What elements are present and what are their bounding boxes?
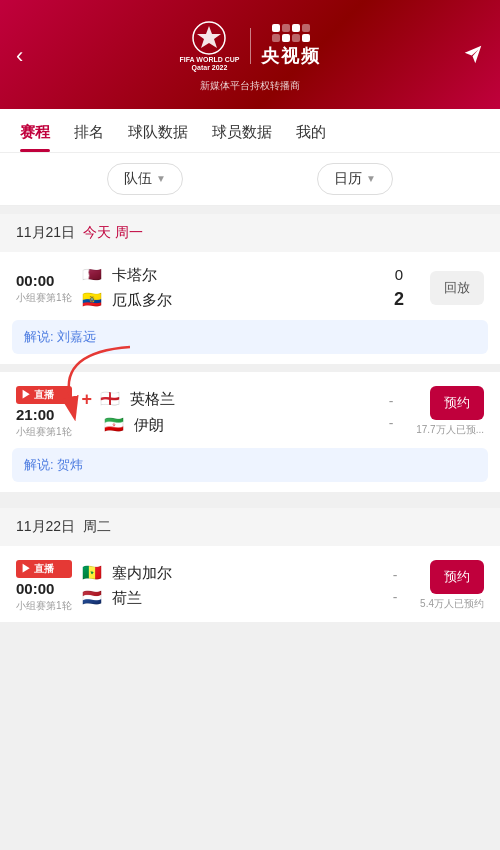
team-filter-button[interactable]: 队伍 ▼: [107, 163, 183, 195]
calendar-filter-arrow: ▼: [366, 173, 376, 184]
tab-schedule[interactable]: 赛程: [8, 109, 62, 152]
flag-netherlands: 🇳🇱: [82, 590, 104, 606]
date-section-nov21: 11月21日 今天 周一 00:00 小组赛第1轮 🇶🇦 卡塔尔 🇪🇨 厄瓜多尔…: [0, 214, 500, 500]
match-card-england-iran: ▶ 直播 21:00 小组赛第1轮 + 🏴󠁧󠁢󠁥󠁮󠁧󠁿 英格兰 🇮🇷 伊朗 -: [0, 372, 500, 500]
filters-row: 队伍 ▼ 日历 ▼: [0, 153, 500, 206]
live-badge: ▶ 直播: [16, 386, 72, 404]
score-col-2: - -: [376, 393, 406, 431]
commentator-text-1: 解说: 刘嘉远: [24, 329, 96, 344]
match-round-3: 小组赛第1轮: [16, 599, 72, 612]
cctv-logo: 央视频: [261, 24, 321, 68]
calendar-filter-button[interactable]: 日历 ▼: [317, 163, 393, 195]
team-row-iran: 🇮🇷 伊朗: [82, 416, 367, 435]
fifa-logo: FIFA WORLD CUP Qatar 2022: [179, 20, 239, 73]
team-name-netherlands: 荷兰: [112, 589, 142, 608]
replay-button[interactable]: 回放: [430, 271, 484, 305]
match-round-1: 小组赛第1轮: [16, 291, 72, 304]
date-header-nov21: 11月21日 今天 周一: [0, 214, 500, 252]
team-name-iran: 伊朗: [134, 416, 164, 435]
live-time-wrapper: ▶ 直播 21:00: [16, 386, 72, 423]
flag-england: 🏴󠁧󠁢󠁥󠁮󠁧󠁿: [100, 391, 122, 407]
score-col-3: - -: [380, 567, 410, 605]
match-time-3: 00:00: [16, 580, 72, 597]
match-time-1: 00:00: [16, 272, 72, 289]
dot-5: [272, 34, 280, 42]
flag-qatar: 🇶🇦: [82, 267, 104, 283]
date-label-nov22: 11月22日: [16, 518, 75, 534]
score-ecuador: 2: [394, 289, 404, 310]
match-row-england-iran: ▶ 直播 21:00 小组赛第1轮 + 🏴󠁧󠁢󠁥󠁮󠁧󠁿 英格兰 🇮🇷 伊朗 -: [0, 372, 500, 448]
dot-8: [302, 34, 310, 42]
book-count-senegal-netherlands: 5.4万人已预约: [420, 597, 484, 611]
tabs-row: 赛程 排名 球队数据 球员数据 我的: [8, 109, 492, 152]
teams-col-1: 🇶🇦 卡塔尔 🇪🇨 厄瓜多尔: [82, 266, 374, 310]
team-filter-arrow: ▼: [156, 173, 166, 184]
svg-marker-1: [197, 26, 221, 48]
team-row-england: + 🏴󠁧󠁢󠁥󠁮󠁧󠁿 英格兰: [82, 389, 367, 410]
dot-1: [272, 24, 280, 32]
match-round-2: 小组赛第1轮: [16, 425, 72, 438]
fifa-text: FIFA WORLD CUP Qatar 2022: [179, 56, 239, 73]
back-button[interactable]: ‹: [16, 43, 48, 69]
commentator-bar-1: 解说: 刘嘉远: [12, 320, 488, 354]
commentator-bar-2: 解说: 贺炜: [12, 448, 488, 482]
score-col-1: 0 2: [384, 266, 414, 310]
action-col-3: 预约 5.4万人已预约: [420, 560, 484, 611]
cctv-name-text: 央视频: [261, 44, 321, 68]
team-row-ecuador: 🇪🇨 厄瓜多尔: [82, 291, 374, 310]
score-dash-netherlands: -: [393, 589, 398, 605]
action-col-2: 预约 17.7万人已预...: [416, 386, 484, 437]
flag-ecuador: 🇪🇨: [82, 292, 104, 308]
today-label: 今天 周一: [83, 224, 143, 240]
header: ‹ FIFA WORLD CUP Qatar 2022: [0, 0, 500, 109]
dot-2: [282, 24, 290, 32]
score-dash-iran: -: [389, 415, 394, 431]
dot-6: [282, 34, 290, 42]
weekday-nov22: 周二: [83, 518, 111, 534]
header-logo: FIFA WORLD CUP Qatar 2022 央视频: [179, 20, 320, 93]
dot-7: [292, 34, 300, 42]
match-card-senegal-netherlands: ▶ 直播 00:00 小组赛第1轮 🇸🇳 塞内加尔 🇳🇱 荷兰 - -: [0, 546, 500, 630]
tab-mine[interactable]: 我的: [284, 109, 338, 152]
match-row-senegal-netherlands: ▶ 直播 00:00 小组赛第1轮 🇸🇳 塞内加尔 🇳🇱 荷兰 - -: [0, 546, 500, 622]
live-time-wrapper-2: ▶ 直播 00:00: [16, 560, 72, 597]
tab-team-data[interactable]: 球队数据: [116, 109, 200, 152]
team-name-qatar: 卡塔尔: [112, 266, 157, 285]
score-dash-senegal: -: [393, 567, 398, 583]
match-time-col-3: ▶ 直播 00:00 小组赛第1轮: [16, 560, 72, 612]
commentator-text-2: 解说: 贺炜: [24, 457, 83, 472]
match-time-col-1: 00:00 小组赛第1轮: [16, 272, 72, 304]
book-button-england-iran[interactable]: 预约: [430, 386, 484, 420]
teams-col-3: 🇸🇳 塞内加尔 🇳🇱 荷兰: [82, 564, 371, 608]
book-button-senegal-netherlands[interactable]: 预约: [430, 560, 484, 594]
team-name-senegal: 塞内加尔: [112, 564, 172, 583]
tab-ranking[interactable]: 排名: [62, 109, 116, 152]
team-filter-label: 队伍: [124, 170, 152, 188]
team-row-netherlands: 🇳🇱 荷兰: [82, 589, 371, 608]
tab-player-data[interactable]: 球员数据: [200, 109, 284, 152]
calendar-filter-label: 日历: [334, 170, 362, 188]
match-time-col-2: ▶ 直播 21:00 小组赛第1轮: [16, 386, 72, 438]
date-header-nov22: 11月22日 周二: [0, 508, 500, 546]
cctv-dots-grid: [272, 24, 310, 42]
dot-3: [292, 24, 300, 32]
team-name-ecuador: 厄瓜多尔: [112, 291, 172, 310]
live-badge-2: ▶ 直播: [16, 560, 72, 578]
tabs-container: 赛程 排名 球队数据 球员数据 我的: [0, 109, 500, 153]
header-subtitle: 新媒体平台持权转播商: [200, 79, 300, 93]
flag-iran: 🇮🇷: [104, 417, 126, 433]
dot-4: [302, 24, 310, 32]
logo-divider: [250, 28, 251, 64]
score-dash-england: -: [389, 393, 394, 409]
plus-icon-england: +: [82, 389, 93, 410]
flag-senegal: 🇸🇳: [82, 565, 104, 581]
share-button[interactable]: [452, 43, 484, 70]
team-row-qatar: 🇶🇦 卡塔尔: [82, 266, 374, 285]
action-col-1: 回放: [424, 271, 484, 305]
match-card-qatar-ecuador: 00:00 小组赛第1轮 🇶🇦 卡塔尔 🇪🇨 厄瓜多尔 0 2 回放: [0, 252, 500, 372]
score-qatar: 0: [395, 266, 403, 283]
match-row-qatar-ecuador: 00:00 小组赛第1轮 🇶🇦 卡塔尔 🇪🇨 厄瓜多尔 0 2 回放: [0, 252, 500, 320]
date-label-nov21: 11月21日: [16, 224, 75, 240]
team-row-senegal: 🇸🇳 塞内加尔: [82, 564, 371, 583]
team-name-england: 英格兰: [130, 390, 175, 409]
